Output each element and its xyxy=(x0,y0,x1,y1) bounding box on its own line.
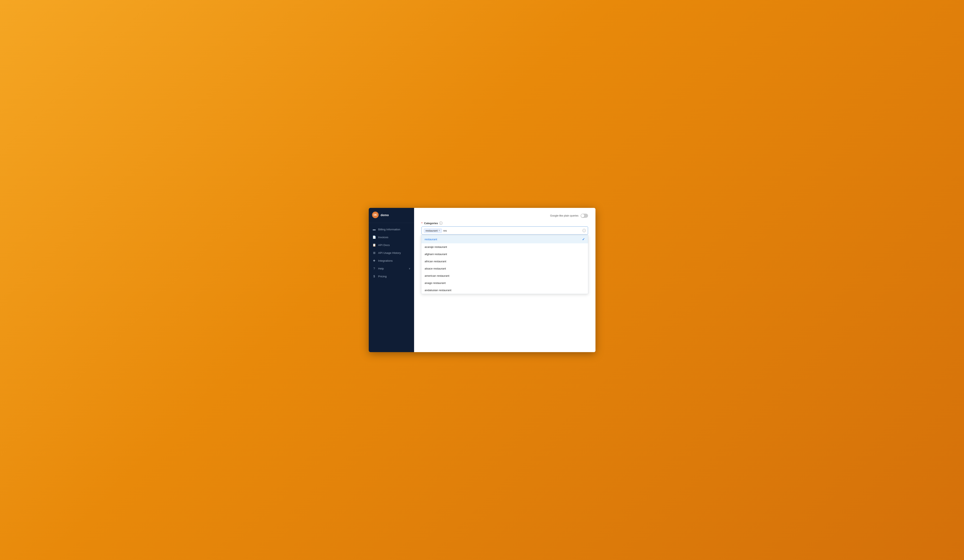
tag-remove-icon[interactable]: × xyxy=(439,229,440,232)
toggle-label: Google-like plain queries xyxy=(550,214,578,217)
billing-icon: ▬ xyxy=(373,228,376,231)
dropdown-item-acaraje-restaurant[interactable]: acaraje restaurant xyxy=(421,243,588,251)
main-content: Google-like plain queries * Categories i… xyxy=(414,208,596,352)
input-info-icon[interactable]: i xyxy=(583,229,586,232)
dropdown-item-afghani-restaurant[interactable]: afghani restaurant xyxy=(421,251,588,258)
integrations-icon: ❖ xyxy=(373,259,376,262)
help-icon: ? xyxy=(373,267,376,270)
sidebar-item-label: Pricing xyxy=(378,275,387,278)
sidebar-item-billing[interactable]: ▬ Billing Information xyxy=(369,225,414,233)
categories-info-icon[interactable]: i xyxy=(439,221,443,225)
sidebar-item-pricing[interactable]: $ Pricing xyxy=(369,272,414,280)
sidebar-item-integrations[interactable]: ❖ Integrations xyxy=(369,257,414,265)
dropdown-item-label: afghani restaurant xyxy=(425,252,447,256)
topbar: Google-like plain queries xyxy=(422,214,588,218)
pricing-icon: $ xyxy=(373,275,376,278)
dropdown-item-label: restaurant xyxy=(425,238,437,241)
api-docs-icon: 📋 xyxy=(373,243,376,247)
dropdown-item-label: anago restaurant xyxy=(425,282,446,285)
sidebar-item-label: API Usage History xyxy=(378,251,401,254)
sidebar-item-api-docs[interactable]: 📋 API Docs xyxy=(369,241,414,249)
categories-dropdown: restaurant ✓ acaraje restaurant afghani … xyxy=(421,235,588,294)
sidebar-item-invoices[interactable]: 📄 Invoices xyxy=(369,233,414,241)
avatar: DE xyxy=(372,212,379,218)
dropdown-item-label: american restaurant xyxy=(425,274,449,277)
categories-input-container: restaurant × i restaurant ✓ acaraje rest… xyxy=(422,226,588,235)
dropdown-item-african-restaurant[interactable]: african restaurant xyxy=(421,258,588,265)
categories-tag-input[interactable]: restaurant × i xyxy=(422,226,588,235)
google-plain-queries-toggle[interactable] xyxy=(581,214,588,218)
sidebar-item-help[interactable]: ? Help ∨ xyxy=(369,265,414,272)
sidebar-item-api-usage[interactable]: ⊞ API Usage History xyxy=(369,249,414,257)
chevron-down-icon: ∨ xyxy=(409,267,410,270)
dropdown-item-label: alsace restaurant xyxy=(425,267,446,270)
dropdown-item-restaurant[interactable]: restaurant ✓ xyxy=(421,235,588,243)
dropdown-item-andalusian-restaurant[interactable]: andalusian restaurant xyxy=(421,287,588,294)
categories-label: * Categories i xyxy=(422,221,588,225)
categories-search-input[interactable] xyxy=(443,229,581,232)
api-usage-icon: ⊞ xyxy=(373,251,376,254)
sidebar-item-label: Invoices xyxy=(378,236,389,239)
categories-label-text: Categories xyxy=(424,222,438,225)
sidebar-item-label: Help xyxy=(378,267,384,270)
sidebar: DE demo ▬ Billing Information 📄 Invoices… xyxy=(369,208,414,352)
sidebar-user[interactable]: DE demo xyxy=(369,208,414,222)
required-marker: * xyxy=(422,222,423,225)
dropdown-item-american-restaurant[interactable]: american restaurant xyxy=(421,272,588,279)
tag-text: restaurant xyxy=(426,229,438,232)
sidebar-item-label: API Docs xyxy=(378,244,390,247)
username: demo xyxy=(381,213,389,217)
dropdown-item-label: acaraje restaurant xyxy=(425,246,447,249)
sidebar-navigation: ▬ Billing Information 📄 Invoices 📋 API D… xyxy=(369,224,414,282)
check-icon: ✓ xyxy=(582,238,585,241)
dropdown-item-alsace-restaurant[interactable]: alsace restaurant xyxy=(421,265,588,272)
restaurant-tag: restaurant × xyxy=(424,228,442,233)
invoices-icon: 📄 xyxy=(373,236,376,239)
dropdown-item-label: andalusian restaurant xyxy=(425,289,451,292)
sidebar-item-label: Integrations xyxy=(378,259,393,262)
categories-section: * Categories i restaurant × i restaurant xyxy=(422,221,588,235)
sidebar-item-label: Billing Information xyxy=(378,228,400,231)
dropdown-item-label: african restaurant xyxy=(425,260,446,263)
dropdown-item-anago-restaurant[interactable]: anago restaurant xyxy=(421,279,588,287)
app-window: DE demo ▬ Billing Information 📄 Invoices… xyxy=(369,208,596,352)
